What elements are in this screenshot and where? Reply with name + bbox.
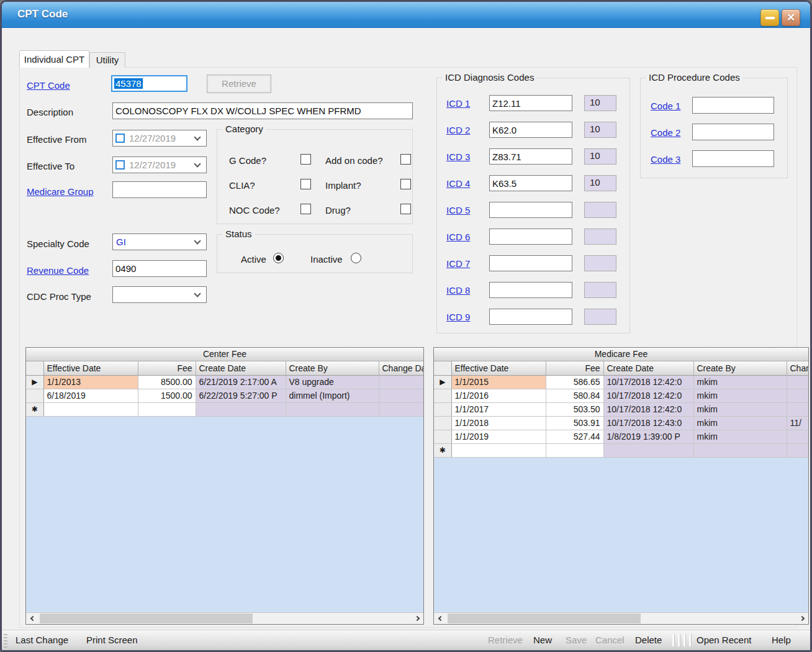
cell-create-date[interactable]: 10/17/2018 12:42:0 — [603, 375, 693, 389]
delete-button[interactable]: Delete — [635, 635, 662, 645]
minimize-button[interactable] — [760, 9, 779, 26]
cell-create-date[interactable]: 6/21/2019 2:17:00 A — [196, 375, 286, 389]
medicare-fee-hscrollbar[interactable] — [434, 612, 808, 624]
cell-fee[interactable]: 1500.00 — [138, 389, 196, 402]
inactive-radio[interactable] — [351, 253, 361, 263]
cell-create-by[interactable]: mkim — [693, 402, 787, 416]
icd-9-input[interactable] — [489, 309, 572, 325]
g-code-checkbox[interactable] — [300, 154, 311, 165]
column-header[interactable]: Create Date — [603, 361, 693, 375]
tab-utility[interactable]: Utility — [89, 52, 125, 68]
row-selector[interactable] — [434, 389, 451, 402]
effective-to-checkbox[interactable] — [115, 160, 125, 170]
cell-change-date[interactable] — [379, 389, 423, 402]
icd-6-input[interactable] — [489, 229, 572, 245]
cell-effective-date[interactable]: 1/1/2019 — [451, 430, 546, 443]
cell-create-date[interactable]: 10/17/2018 12:43:0 — [603, 416, 693, 430]
column-header[interactable]: Fee — [138, 361, 196, 375]
add-on-code-checkbox[interactable] — [400, 154, 411, 165]
cell-create-by[interactable]: mkim — [693, 416, 787, 430]
icd-1-input[interactable] — [489, 95, 572, 111]
cell-change-date[interactable] — [787, 375, 808, 389]
medicare-group-input[interactable] — [112, 181, 207, 198]
cell-empty[interactable] — [546, 443, 603, 457]
cell-empty[interactable] — [693, 443, 787, 457]
cell-fee[interactable]: 503.50 — [546, 402, 603, 416]
icd-4-link[interactable]: ICD 4 — [446, 178, 470, 189]
cell-empty[interactable] — [379, 402, 423, 416]
icd-4-input[interactable] — [489, 175, 572, 191]
icd-2-input[interactable] — [489, 122, 572, 138]
active-radio[interactable] — [273, 253, 284, 263]
cell-create-date[interactable]: 6/22/2019 5:27:00 P — [196, 389, 286, 402]
cell-fee[interactable]: 527.44 — [546, 430, 603, 443]
icd-7-link[interactable]: ICD 7 — [446, 258, 470, 269]
proc-code-2-link[interactable]: Code 2 — [651, 127, 680, 138]
cell-change-date[interactable] — [787, 430, 808, 443]
icd-7-input[interactable] — [489, 255, 572, 271]
icd-2-link[interactable]: ICD 2 — [446, 125, 470, 135]
revenue-code-input[interactable] — [112, 260, 207, 277]
cell-create-date[interactable]: 1/8/2019 1:39:00 P — [603, 430, 693, 443]
description-input[interactable] — [112, 102, 413, 119]
row-selector[interactable] — [434, 430, 451, 443]
icd-1-link[interactable]: ICD 1 — [446, 98, 470, 109]
column-header[interactable]: Change Date — [379, 361, 423, 375]
drug-checkbox[interactable] — [400, 204, 411, 214]
cancel-button[interactable]: Cancel — [595, 635, 625, 645]
icd-8-input[interactable] — [489, 282, 572, 298]
column-header[interactable]: Fee — [546, 361, 603, 375]
revenue-code-link[interactable]: Revenue Code — [27, 265, 89, 276]
medicare-group-link[interactable]: Medicare Group — [27, 186, 94, 197]
row-selector[interactable] — [434, 416, 451, 430]
scroll-right-icon[interactable] — [412, 613, 423, 624]
close-button[interactable]: ✕ — [782, 9, 800, 26]
clia-checkbox[interactable] — [300, 179, 311, 189]
column-header[interactable]: Create By — [286, 361, 379, 375]
proc-code-2-input[interactable] — [692, 124, 774, 140]
open-recent-button[interactable]: Open Recent — [697, 635, 751, 645]
scroll-left-icon[interactable] — [26, 613, 37, 624]
icd-6-link[interactable]: ICD 6 — [446, 232, 470, 242]
scroll-right-icon[interactable] — [797, 613, 808, 624]
cell-empty[interactable] — [43, 402, 138, 416]
cdc-proc-type-select[interactable] — [112, 286, 207, 303]
cpt-code-link[interactable]: CPT Code — [27, 80, 70, 91]
cell-create-by[interactable]: dimmel (Import) — [286, 389, 379, 402]
column-header[interactable]: Create By — [693, 361, 787, 375]
center-fee-hscrollbar[interactable] — [26, 612, 423, 624]
icd-5-link[interactable]: ICD 5 — [446, 205, 470, 215]
cell-fee[interactable]: 503.91 — [546, 416, 603, 430]
icd-9-link[interactable]: ICD 9 — [446, 312, 470, 322]
icd-8-link[interactable]: ICD 8 — [446, 285, 470, 296]
proc-code-3-link[interactable]: Code 3 — [651, 154, 680, 165]
cell-change-date[interactable] — [379, 375, 423, 389]
cell-effective-date[interactable]: 1/1/2016 — [451, 389, 546, 402]
scroll-left-icon[interactable] — [434, 613, 445, 624]
retrieve-toolbar-button[interactable]: Retrieve — [488, 635, 523, 645]
effective-to-datepicker[interactable]: 12/27/2019 — [112, 156, 207, 173]
cell-fee[interactable]: 586.65 — [546, 375, 603, 389]
cpt-code-input[interactable]: 45378 — [111, 75, 187, 92]
specialty-code-select[interactable]: GI — [112, 233, 207, 250]
proc-code-3-input[interactable] — [692, 150, 774, 167]
cell-empty[interactable] — [196, 402, 286, 416]
tab-individual-cpt[interactable]: Individual CPT — [19, 50, 89, 68]
cell-fee[interactable]: 580.84 — [546, 389, 603, 402]
save-button[interactable]: Save — [566, 635, 587, 645]
row-selector[interactable] — [434, 402, 451, 416]
cell-change-date[interactable]: 11/ — [787, 416, 808, 430]
new-button[interactable]: New — [533, 635, 552, 645]
icd-3-link[interactable]: ICD 3 — [446, 152, 470, 162]
effective-from-checkbox[interactable] — [115, 134, 125, 143]
cell-create-by[interactable]: mkim — [693, 375, 787, 389]
icd-3-input[interactable] — [489, 148, 572, 165]
column-header[interactable]: Effective Date — [451, 361, 546, 375]
noc-code-checkbox[interactable] — [300, 204, 311, 214]
cell-empty[interactable] — [138, 402, 196, 416]
implant-checkbox[interactable] — [400, 179, 411, 189]
retrieve-button[interactable]: Retrieve — [207, 75, 271, 93]
cell-create-date[interactable]: 10/17/2018 12:42:0 — [603, 402, 693, 416]
cell-create-date[interactable]: 10/17/2018 12:42:0 — [603, 389, 693, 402]
print-screen-button[interactable]: Print Screen — [86, 635, 138, 645]
